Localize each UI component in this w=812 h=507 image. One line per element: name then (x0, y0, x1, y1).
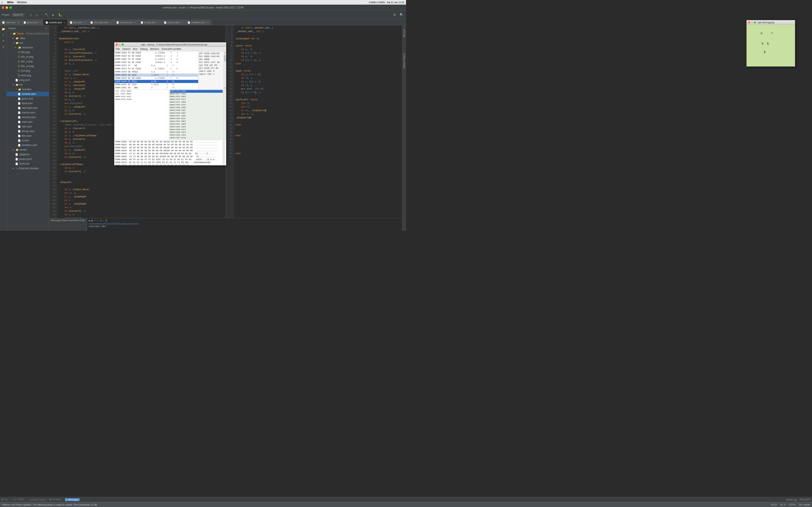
tree-fish-m-png[interactable]: 🖼 fish_m.png (7, 55, 49, 59)
tree-vendor[interactable]: ▶ 📁 vendor (7, 148, 49, 152)
tree-variables-asm-file[interactable]: 📄 variables.asm (7, 143, 49, 148)
close-button[interactable] (2, 6, 4, 9)
tree-root[interactable]: ▼ 📁 Sushi ~/Projects/GBC/Sushi (7, 31, 49, 36)
tree-font-png[interactable]: 🖼 font.png (7, 68, 49, 73)
tab-close-memory[interactable]: ✕ (135, 21, 136, 24)
navigate-forward-button[interactable]: ▷ (34, 12, 40, 18)
tree-main-asm-file[interactable]: 📄 main.asm (7, 120, 49, 124)
tab-main-asm[interactable]: 📄 main.asm ✕ (0, 20, 21, 25)
project-tree[interactable]: ▼ 📁 Sushi ~/Projects/GBC/Sushi ▶ 📁 .idea… (7, 31, 49, 231)
messages-path[interactable]: /Users/Sidney/Projects/GBC/Sushi/src/mai… (89, 222, 139, 225)
project-view-button[interactable]: 📁 (1, 26, 6, 32)
tree-level-png[interactable]: 🖼 level.png (7, 73, 49, 78)
build-button[interactable]: 🔨 (44, 12, 50, 18)
tab-tiles-asm[interactable]: 📄 tiles.asm ✕ (68, 20, 88, 25)
msg-btn-scroll[interactable]: ↓ (103, 219, 104, 222)
tab-close-variables[interactable]: ✕ (207, 21, 209, 24)
bgb-asm-line-highlighted[interactable]: ROM0:01F8 28 28 jr z,0222 :2 25 (114, 73, 198, 77)
apple-menu[interactable]:  (2, 1, 3, 4)
tree-sushi-iml[interactable]: 📄 Sushi.iml (7, 161, 49, 166)
tree-interrupts-asm-file[interactable]: 📄 interrupts.asm (7, 106, 49, 110)
tab-interrupts-asm[interactable]: 📄 interrupts.asm ✕ (88, 20, 114, 25)
bgb-menu-window[interactable]: Window (150, 48, 159, 51)
tab-close-macros[interactable]: ✕ (182, 21, 183, 24)
tab-close-controls[interactable]: ✕ (64, 21, 65, 24)
bgb-min-button[interactable] (119, 44, 121, 46)
tree-out[interactable]: ▼ 📁 out (7, 41, 49, 45)
maven-panel-btn[interactable]: Maven Projects (403, 52, 406, 70)
tree-idea[interactable]: ▶ 📁 .idea (7, 36, 49, 41)
bgb-asm-line[interactable]: ROM0:01FF 28 21 jr z,0222 :2 33 (114, 83, 198, 86)
tree-oam-asm[interactable]: 📄 oam.asm (7, 124, 49, 129)
navigate-back-button[interactable]: ◁ (28, 12, 34, 18)
bgb-asm-line[interactable]: ROM0:01E9 EA SD CO ld (COSD),a :4 8 (114, 55, 198, 58)
tree-fish-xs-png[interactable]: 🖼 fish_xs.png (7, 64, 49, 68)
favorites-button[interactable]: ♥ (1, 44, 6, 49)
bgb-asm-line[interactable]: ROM0:01EC FA SC CO ld a,(COSC) :4 12 (114, 58, 198, 61)
msg-btn-run[interactable]: ▶ (91, 219, 93, 222)
bgb-asm-line[interactable]: ROM0:01F2 47 ld b,a :1 17 (114, 64, 198, 67)
bgb-asm-listing[interactable]: ROM0:01E6 FA SB CO ld a,(COSB) :4 4 ROM0… (114, 51, 198, 89)
structure-panel-btn[interactable]: Structure (403, 27, 406, 39)
tab-variables-asm[interactable]: 📄 variables.asm ✕ (186, 20, 211, 25)
tree-includes[interactable]: ▼ 📁 includes (7, 87, 49, 92)
wine-menu[interactable]: Wine (7, 1, 13, 4)
tree-fish-png[interactable]: 🖼 fish.png (7, 50, 49, 55)
bgb-asm-line[interactable]: ROM0:01EF EA SE CO ld (COSE),a :4 16 (114, 61, 198, 64)
bgb-menu-run[interactable]: Run (133, 48, 138, 51)
tree-resources[interactable]: ▶ 📁 resources (7, 45, 49, 50)
bgb-asm-line[interactable]: ROM0:0201 3D dec a :1 34 (114, 86, 198, 89)
bgb-asm-line[interactable]: ROM0:01E6 FA SB CO ld a,(COSB) :4 4 (114, 51, 198, 55)
bgb-menu-search[interactable]: Search (122, 48, 130, 51)
bgb-asm-scrollbar[interactable]: ▲ ▼ (223, 51, 226, 89)
tree-ui-asm[interactable]: 📄 ui.asm (7, 138, 49, 143)
bgb-asm-line[interactable]: ROM0:01FA 0A SB CO ld a,(COSB) :4 29 (114, 77, 198, 80)
minimize-button[interactable] (5, 6, 8, 9)
run-button[interactable]: ▶ (51, 12, 56, 18)
search-everywhere-button[interactable]: 🔍 (398, 12, 404, 18)
bgb-scroll-thumb[interactable] (224, 55, 226, 61)
bgb-asm-line[interactable]: ROM0:01F6 CB 4F bit 1,a :2 22 (114, 70, 198, 73)
tree-fish-s-png[interactable]: 🖼 fish_s.png (7, 59, 49, 64)
tree-strings-asm-file[interactable]: 📄 strings.asm (7, 129, 49, 133)
tree-project-json[interactable]: 📄 project.json (7, 157, 49, 161)
code-content-right[interactable]: IF IDEF(__MACROS_ASM__) __MACROS_ASM__ S… (234, 25, 402, 218)
msg-btn-stop[interactable]: ✕ (94, 219, 96, 222)
tree-controls-asm[interactable]: 📄 controls.asm (7, 92, 49, 96)
bgb-menu-profiler[interactable]: Execution profiler (161, 48, 181, 51)
bgb-scroll-down[interactable]: ▼ (224, 87, 226, 89)
bgb-menu-debug[interactable]: Debug (140, 48, 147, 51)
tree-input-asm[interactable]: 📄 input.asm (7, 101, 49, 106)
tab-controls-asm[interactable]: 📄 controls.asm ✕ (43, 20, 68, 25)
tab-game-asm[interactable]: 📄 game.asm ✕ (21, 20, 43, 25)
bgb-asm-line-selected[interactable]: ROM0:01FD FE 00 cp a,00 :2 31 (114, 80, 198, 83)
msg-btn-warn[interactable]: ⚠ (100, 219, 102, 222)
tab-close-tiles[interactable]: ✕ (84, 21, 86, 24)
bgb-close-button[interactable] (116, 44, 118, 46)
bgb-asm-line[interactable]: ROM0:01F3 FA 01 CO ld a,(CO01) :4 21 (114, 67, 198, 70)
maximize-button[interactable] (9, 6, 12, 9)
tree-tiles-asm-file[interactable]: 📄 tiles.asm (7, 133, 49, 138)
msg-btn-ok[interactable]: ✓ (97, 219, 99, 222)
tab-macros-asm[interactable]: 📄 macros.asm ✕ (162, 20, 186, 25)
bgb-max-button[interactable] (121, 44, 124, 46)
tab-close-interrupts[interactable]: ✕ (110, 21, 112, 24)
project-selector[interactable]: Sushi ▼ (12, 13, 24, 16)
tab-close-game[interactable]: ✕ (39, 21, 41, 24)
debug-button[interactable]: 🐛 (57, 12, 63, 18)
tree-song-asm[interactable]: 📄 song.asm (7, 78, 49, 82)
bgb-scroll-up[interactable]: ▲ (224, 51, 226, 54)
tab-strings-asm[interactable]: 📄 strings.asm ✕ (139, 20, 161, 25)
bookmarks-button[interactable]: ★ (1, 38, 6, 44)
settings-button[interactable]: ⚙ (392, 12, 398, 18)
msg-btn-settings[interactable]: ⚙ (105, 219, 108, 222)
tree-memory-asm-file[interactable]: 📄 memory.asm (7, 115, 49, 120)
project-header-icon[interactable]: ⚙ (45, 27, 47, 30)
structure-button[interactable]: ≡ (1, 32, 6, 38)
tab-close-main[interactable]: ✕ (17, 21, 19, 24)
bgb-io-scrollbar[interactable] (223, 90, 226, 140)
tree-external-libs[interactable]: ▶ 🗂 External Libraries (7, 166, 49, 171)
tree-macros-asm-file[interactable]: 📄 macros.asm (7, 110, 49, 115)
bgb-memory-scrollbar[interactable] (223, 140, 225, 165)
editor-right-container[interactable]: 12345 678910 1112131415 1617181920 21222… (226, 25, 402, 218)
